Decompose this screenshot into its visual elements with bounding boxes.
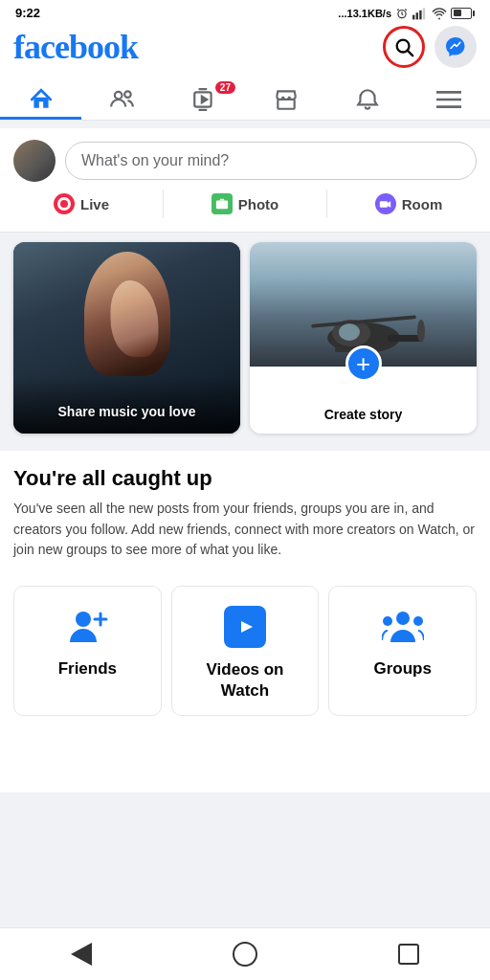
friends-suggestion-icon (64, 604, 110, 650)
post-input[interactable]: What's on your mind? (65, 142, 477, 180)
create-story-plus[interactable]: + (345, 345, 382, 382)
search-button[interactable] (383, 26, 425, 68)
search-icon (393, 36, 414, 57)
svg-rect-16 (380, 201, 388, 208)
network-speed: ...13.1KB/s (338, 8, 391, 19)
suggestion-cards: Friends Videos on Watch Groups (0, 574, 490, 792)
header-actions (383, 26, 477, 68)
svg-rect-3 (419, 10, 421, 19)
signal-icon (412, 7, 428, 20)
story-music-label: Share music you love (13, 403, 240, 420)
home-icon (29, 87, 54, 112)
menu-icon (436, 90, 461, 109)
svg-rect-10 (278, 100, 294, 109)
nav-bar: 27 (0, 78, 490, 121)
live-label: Live (80, 196, 109, 212)
watch-icon (191, 87, 216, 112)
friends-icon (110, 87, 135, 112)
svg-rect-2 (416, 12, 418, 19)
caught-up-title: You're all caught up (13, 466, 477, 491)
groups-label: Groups (373, 659, 431, 679)
status-time: 9:22 (15, 6, 40, 20)
messenger-icon (444, 35, 467, 58)
home-circle-icon (233, 942, 257, 967)
svg-rect-19 (388, 335, 421, 342)
bottom-home[interactable] (233, 942, 257, 967)
messenger-button[interactable] (434, 26, 477, 68)
bottom-recent[interactable] (398, 944, 419, 965)
watch-badge: 27 (215, 81, 235, 94)
wifi-icon (432, 7, 447, 20)
story-create-label: Create story (324, 407, 403, 422)
bell-icon (355, 87, 380, 112)
suggestion-groups[interactable]: Groups (328, 586, 477, 716)
svg-point-20 (417, 320, 425, 343)
live-action[interactable]: Live (0, 186, 163, 222)
user-avatar (13, 140, 56, 182)
svg-point-8 (124, 91, 131, 98)
photo-label: Photo (238, 196, 279, 212)
suggestion-videos[interactable]: Videos on Watch (171, 586, 320, 716)
svg-rect-23 (335, 346, 341, 352)
stories-section: Share music you love (0, 233, 490, 443)
room-icon (375, 193, 396, 214)
app-logo: facebook (13, 27, 138, 67)
app-header: facebook (0, 22, 490, 78)
nav-home[interactable] (0, 78, 81, 120)
svg-point-32 (413, 616, 423, 626)
post-actions: Live Photo Room (0, 182, 490, 233)
story-create[interactable]: + Create story (250, 242, 477, 434)
room-label: Room (402, 196, 443, 212)
battery-icon (451, 8, 475, 19)
alarm-icon (395, 7, 409, 20)
svg-marker-29 (241, 621, 253, 633)
svg-line-6 (408, 51, 412, 56)
caught-up-description: You've seen all the new posts from your … (13, 499, 477, 561)
videos-suggestion-icon (222, 604, 268, 650)
recent-square-icon (398, 944, 419, 965)
nav-watch[interactable]: 27 (164, 78, 245, 120)
photo-action[interactable]: Photo (164, 186, 326, 222)
nav-marketplace[interactable] (245, 78, 326, 120)
suggestion-friends[interactable]: Friends (13, 586, 162, 716)
bottom-nav (0, 927, 490, 980)
svg-point-31 (383, 616, 392, 626)
status-icons: ...13.1KB/s (338, 7, 475, 20)
back-triangle-icon (71, 943, 92, 966)
svg-point-26 (76, 612, 91, 627)
svg-point-30 (396, 612, 410, 625)
svg-point-7 (115, 92, 122, 100)
svg-point-15 (219, 202, 224, 207)
groups-suggestion-icon (380, 604, 426, 650)
svg-rect-4 (423, 8, 425, 19)
photo-icon (212, 193, 233, 214)
marketplace-icon (274, 87, 299, 112)
nav-notifications[interactable] (326, 78, 408, 120)
caught-up-section: You're all caught up You've seen all the… (0, 451, 490, 574)
bottom-back[interactable] (71, 943, 92, 966)
post-box: What's on your mind? (0, 128, 490, 182)
room-action[interactable]: Room (327, 186, 490, 222)
svg-rect-1 (412, 14, 414, 19)
videos-label: Videos on Watch (184, 659, 307, 702)
friends-label: Friends (58, 659, 117, 679)
story-music[interactable]: Share music you love (13, 242, 240, 434)
nav-menu[interactable] (409, 78, 490, 120)
svg-point-25 (339, 323, 360, 341)
live-icon (54, 193, 75, 214)
status-bar: 9:22 ...13.1KB/s (0, 0, 490, 22)
nav-friends[interactable] (81, 78, 163, 120)
